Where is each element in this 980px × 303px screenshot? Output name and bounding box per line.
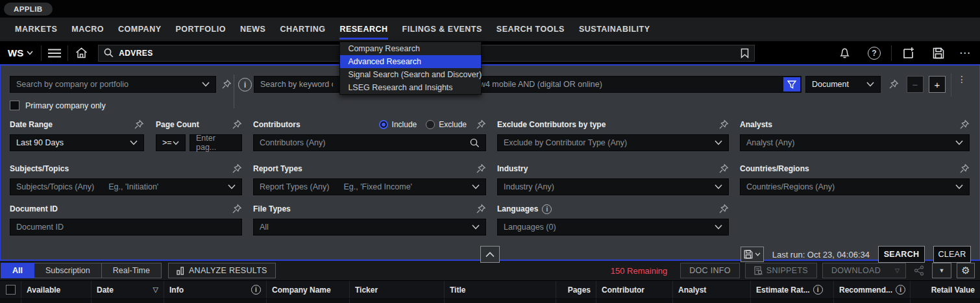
pin-icon[interactable] [232, 204, 242, 214]
contributors-exclude-radio[interactable]: Exclude [426, 120, 467, 129]
document-id-input[interactable]: Document ID [10, 219, 242, 236]
pin-icon[interactable] [718, 164, 729, 174]
add-filter-button[interactable]: + [929, 76, 946, 93]
date-range-select[interactable]: Last 90 Days [10, 134, 144, 151]
keyword-search-input[interactable]: Search by keyword or rs w4 mobile AND (d… [254, 76, 802, 93]
top-app-bar: APPLIB [0, 0, 980, 18]
page-count-operator-select[interactable]: >= [156, 134, 186, 151]
clear-button[interactable]: CLEAR [933, 246, 971, 263]
info-icon[interactable]: i [238, 78, 252, 91]
menu-item-sustainability[interactable]: SUSTAINABILITY [579, 18, 650, 40]
pin-icon[interactable] [718, 119, 729, 130]
menu-option-advanced-research[interactable]: Advanced Research [340, 55, 481, 68]
pin-icon[interactable] [476, 119, 486, 130]
tab-subscription[interactable]: Subscription [34, 263, 102, 278]
notifications-bell-icon[interactable] [831, 42, 857, 64]
pin-icon[interactable] [232, 164, 242, 174]
column-recommendation[interactable]: Recommend... i [834, 281, 911, 298]
more-options-icon[interactable]: ⋯ [955, 46, 975, 60]
last-run-timestamp: Last run: Oct 23, 04:06:34 [772, 250, 870, 260]
company-portfolio-placeholder: Search by company or portfolio [16, 80, 129, 89]
download-options-chevron[interactable]: ▽ [889, 263, 906, 278]
doc-info-button[interactable]: DOC INFO [680, 263, 740, 278]
menu-item-markets[interactable]: MARKETS [15, 18, 57, 40]
column-retail-value[interactable]: Retail Value [911, 281, 980, 298]
select-all-cell [0, 281, 21, 298]
file-types-select[interactable]: All [253, 219, 486, 236]
column-available[interactable]: Available [21, 281, 92, 298]
keyword-filter-funnel-icon[interactable] [783, 77, 800, 91]
analyze-results-button[interactable]: ANALYZE RESULTS [168, 263, 276, 278]
column-estimate-rating[interactable]: Estimate Rat... i [751, 281, 834, 298]
menu-item-research[interactable]: RESEARCH Company Research Advanced Resea… [339, 18, 387, 40]
new-document-icon[interactable] [896, 42, 922, 64]
column-title[interactable]: Title [445, 281, 556, 298]
menu-option-company-research[interactable]: Company Research [340, 42, 481, 55]
menu-item-search-tools[interactable]: SEARCH TOOLS [496, 18, 565, 40]
pin-icon[interactable] [232, 119, 242, 130]
subjects-select[interactable]: Subjects/Topics (Any) Eg., 'Initiation' [10, 178, 242, 195]
sort-descending-icon[interactable]: ▽ [153, 285, 158, 294]
bookmark-icon[interactable] [741, 48, 749, 58]
menu-item-portfolio[interactable]: PORTFOLIO [176, 18, 226, 40]
settings-gear-icon[interactable]: ⚙ [957, 263, 975, 278]
menu-item-filings-events[interactable]: FILINGS & EVENTS [402, 18, 482, 40]
report-types-select[interactable]: Report Types (Any) Eg., 'Fixed Income' [253, 178, 486, 195]
pin-icon[interactable] [959, 119, 970, 130]
exclude-contributors-select[interactable]: Exclude by Contributor Type (Any) [497, 134, 729, 151]
primary-company-checkbox[interactable] [10, 101, 19, 110]
page-count-input[interactable]: Enter pag... [190, 134, 242, 151]
menu-item-charting[interactable]: CHARTING [280, 18, 325, 40]
save-search-button[interactable] [741, 247, 764, 262]
countries-select[interactable]: Countries/Regions (Any) [740, 178, 970, 195]
contributors-input[interactable]: Contributors (Any) [253, 134, 486, 151]
tab-real-time[interactable]: Real-Time [101, 263, 162, 278]
column-info[interactable]: Info i [164, 281, 267, 298]
menu-item-company[interactable]: COMPANY [118, 18, 161, 40]
app-tab-applib[interactable]: APPLIB [4, 3, 53, 16]
info-icon[interactable]: i [251, 285, 261, 295]
company-portfolio-select[interactable]: Search by company or portfolio [10, 76, 216, 93]
column-ticker[interactable]: Ticker [350, 281, 445, 298]
save-icon[interactable] [925, 42, 951, 64]
divider [891, 45, 892, 61]
contributors-include-radio[interactable]: Include [379, 120, 417, 129]
analysts-select[interactable]: Analyst (Any) [740, 134, 970, 151]
pin-icon[interactable] [476, 164, 486, 174]
pin-icon[interactable] [718, 204, 729, 214]
collapse-panel-button[interactable] [480, 246, 500, 263]
info-icon[interactable]: i [813, 285, 823, 295]
pin-icon[interactable] [888, 79, 899, 90]
column-company-name[interactable]: Company Name [267, 281, 350, 298]
home-icon[interactable] [68, 42, 94, 64]
expand-results-chevron-button[interactable]: ▼ [932, 263, 951, 278]
pin-icon[interactable] [134, 119, 144, 130]
search-button[interactable]: SEARCH [878, 246, 925, 263]
pin-icon[interactable] [476, 204, 486, 214]
hamburger-menu-icon[interactable] [42, 42, 67, 64]
column-date[interactable]: Date ▽ [92, 281, 164, 298]
column-analyst[interactable]: Analyst [673, 281, 751, 298]
workspace-switcher[interactable]: WS [0, 47, 41, 58]
snippets-button[interactable]: SNIPPETS [745, 263, 817, 278]
document-type-select[interactable]: Document [805, 76, 881, 93]
share-icon[interactable] [911, 265, 927, 276]
menu-item-news[interactable]: NEWS [240, 18, 266, 40]
pin-icon[interactable] [221, 79, 232, 90]
tab-all[interactable]: All [1, 263, 34, 278]
pin-icon[interactable] [959, 164, 970, 174]
menu-item-macro[interactable]: MACRO [71, 18, 104, 40]
info-icon[interactable]: i [896, 285, 905, 295]
select-all-checkbox[interactable] [6, 285, 16, 295]
column-pages[interactable]: Pages [556, 281, 596, 298]
help-icon[interactable]: ? [861, 42, 887, 64]
kebab-menu-icon[interactable]: ⋮ [957, 75, 966, 84]
info-icon[interactable]: i [542, 204, 552, 214]
download-button[interactable]: DOWNLOAD [822, 263, 889, 278]
remove-filter-button[interactable]: − [907, 76, 924, 93]
languages-select[interactable]: Languages (0) [497, 219, 729, 236]
menu-option-signal-search[interactable]: Signal Search (Search and Discover) [340, 68, 481, 81]
column-contributor[interactable]: Contributor [596, 281, 673, 298]
menu-option-lseg-research[interactable]: LSEG Research and Insights [340, 81, 481, 94]
industry-select[interactable]: Industry (Any) [497, 178, 729, 195]
